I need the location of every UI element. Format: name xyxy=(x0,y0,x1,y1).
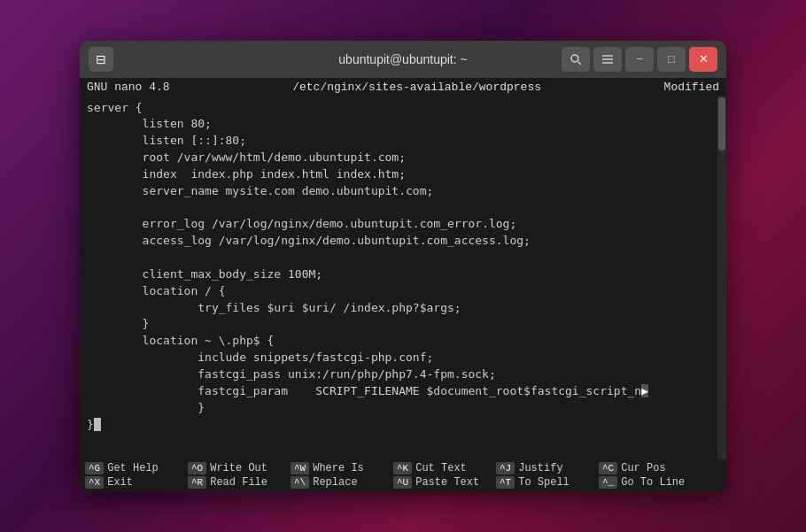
label-replace: Replace xyxy=(313,476,357,489)
label-curpos: Cur Pos xyxy=(621,462,665,474)
terminal-icon-symbol: ⊟ xyxy=(96,52,106,66)
footer-cmd-curpos: ^C Cur Pos xyxy=(599,462,687,474)
terminal-content: GNU nano 4.8 /etc/nginx/sites-available/… xyxy=(80,78,726,492)
scrollbar-thumb xyxy=(718,97,725,150)
menu-icon xyxy=(601,54,614,65)
close-button[interactable]: ✕ xyxy=(689,47,717,72)
maximize-button[interactable]: □ xyxy=(657,47,686,72)
nano-version: GNU nano 4.8 xyxy=(87,81,170,94)
footer-row-1: ^G Get Help ^O Write Out ^W Where Is ^K … xyxy=(80,461,726,475)
key-readfile: ^R xyxy=(188,476,206,489)
key-replace: ^\ xyxy=(291,476,309,489)
scrollbar[interactable] xyxy=(717,96,726,459)
window-controls: − □ ✕ xyxy=(562,47,717,72)
code-content: server { listen 80; listen [::]:80; root… xyxy=(87,100,719,434)
svg-line-1 xyxy=(578,61,582,65)
label-gotoline: Go To Line xyxy=(621,476,685,489)
terminal-window: ⊟ ubuntupit@ubuntupit: ~ − xyxy=(80,41,726,492)
label-whereis: Where Is xyxy=(313,462,364,474)
footer-cmd-exit: ^X Exit xyxy=(85,476,174,489)
maximize-icon: □ xyxy=(668,52,675,66)
footer-row-2: ^X Exit ^R Read File ^\ Replace ^U Paste… xyxy=(80,475,726,490)
footer-cmd-cuttext: ^K Cut Text xyxy=(393,462,482,474)
menu-button[interactable] xyxy=(593,47,622,72)
footer-cmd-whereis: ^W Where Is xyxy=(291,462,379,474)
minimize-icon: − xyxy=(636,52,643,66)
key-curpos: ^C xyxy=(599,462,617,474)
search-icon xyxy=(570,53,582,66)
minimize-button[interactable]: − xyxy=(625,47,654,72)
svg-point-0 xyxy=(571,55,578,62)
label-pastetext: Paste Text xyxy=(415,476,479,489)
label-writeout: Write Out xyxy=(210,462,267,474)
close-icon: ✕ xyxy=(699,52,709,66)
label-exit: Exit xyxy=(107,476,133,489)
key-exit: ^X xyxy=(85,476,104,489)
footer-cmd-pastetext: ^U Paste Text xyxy=(393,476,482,489)
key-tospell: ^T xyxy=(496,476,515,489)
nano-filepath: /etc/nginx/sites-available/wordpress xyxy=(292,81,541,94)
terminal-icon: ⊟ xyxy=(89,47,113,72)
key-gethelp: ^G xyxy=(85,462,104,474)
window-title: ubuntupit@ubuntupit: ~ xyxy=(338,52,467,66)
label-tospell: To Spell xyxy=(518,476,570,489)
label-justify: Justify xyxy=(518,462,562,474)
nano-footer: ^G Get Help ^O Write Out ^W Where Is ^K … xyxy=(80,459,726,492)
footer-cmd-writeout: ^O Write Out xyxy=(188,462,276,474)
footer-cmd-gotoline: ^_ Go To Line xyxy=(599,476,687,489)
key-writeout: ^O xyxy=(188,462,206,474)
code-editor[interactable]: server { listen 80; listen [::]:80; root… xyxy=(80,96,726,459)
nano-status: Modified xyxy=(664,81,719,94)
titlebar-left: ⊟ xyxy=(89,47,113,72)
footer-cmd-tospell: ^T To Spell xyxy=(496,476,585,489)
footer-cmd-gethelp: ^G Get Help xyxy=(85,462,174,474)
label-cuttext: Cut Text xyxy=(415,462,467,474)
titlebar: ⊟ ubuntupit@ubuntupit: ~ − xyxy=(80,41,726,78)
label-readfile: Read File xyxy=(210,476,267,489)
key-justify: ^J xyxy=(496,462,515,474)
key-whereis: ^W xyxy=(291,462,309,474)
key-gotoline: ^_ xyxy=(599,476,617,489)
footer-cmd-replace: ^\ Replace xyxy=(291,476,379,489)
key-pastetext: ^U xyxy=(393,476,412,489)
search-button[interactable] xyxy=(562,47,590,72)
label-gethelp: Get Help xyxy=(107,462,159,474)
footer-cmd-readfile: ^R Read File xyxy=(188,476,276,489)
nano-header: GNU nano 4.8 /etc/nginx/sites-available/… xyxy=(80,78,726,96)
footer-cmd-justify: ^J Justify xyxy=(496,462,585,474)
key-cuttext: ^K xyxy=(393,462,412,474)
